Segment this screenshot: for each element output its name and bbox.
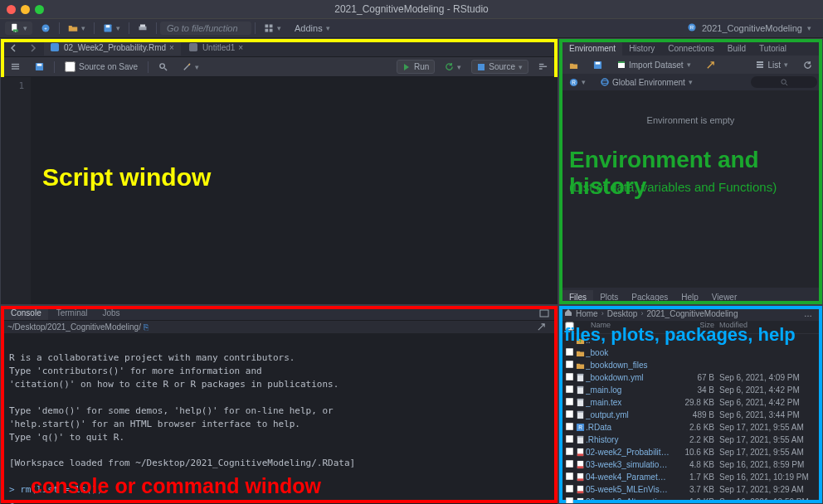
- file-name[interactable]: 05-week5_MLEnVisualization.R…: [586, 485, 670, 494]
- select-all-checkbox[interactable]: [565, 322, 573, 330]
- file-checkbox[interactable]: [566, 448, 574, 456]
- minimize-pane-button[interactable]: [534, 308, 554, 319]
- scope-selector[interactable]: Global Environment ▾: [596, 76, 698, 89]
- file-row[interactable]: ..: [559, 334, 822, 346]
- file-row[interactable]: _main.log34 BSep 6, 2021, 4:42 PM: [559, 384, 822, 396]
- subtab-help[interactable]: Help: [674, 290, 705, 304]
- file-name[interactable]: 06-week6_AlternativeModels.R…: [586, 497, 670, 503]
- file-name[interactable]: _bookdown_files: [586, 361, 670, 370]
- file-checkbox[interactable]: [566, 423, 574, 431]
- open-file-button[interactable]: ▾: [63, 22, 90, 35]
- file-row[interactable]: _book: [559, 346, 822, 359]
- new-file-button[interactable]: +▾: [5, 22, 32, 35]
- file-checkbox[interactable]: [566, 348, 574, 356]
- tab-connections[interactable]: Connections: [661, 41, 721, 56]
- subtab-viewer[interactable]: Viewer: [705, 290, 743, 304]
- file-row[interactable]: .Rhistory2.2 KBSep 17, 2021, 9:55 AM: [559, 434, 822, 446]
- load-workspace-button[interactable]: [564, 59, 583, 71]
- environment-search-input[interactable]: [751, 76, 817, 88]
- save-source-button[interactable]: [30, 61, 49, 73]
- editor-body[interactable]: 1: [1, 77, 558, 304]
- goto-file-function-input[interactable]: Go to file/function: [160, 22, 251, 35]
- tab-console[interactable]: Console: [4, 306, 48, 320]
- save-button[interactable]: ▾: [98, 22, 125, 35]
- file-checkbox[interactable]: [566, 497, 574, 503]
- file-name[interactable]: .RData: [586, 423, 670, 432]
- file-checkbox[interactable]: [566, 485, 574, 493]
- addins-dropdown[interactable]: Addins ▾: [290, 22, 335, 35]
- file-checkbox[interactable]: [566, 472, 574, 481]
- more-files-button[interactable]: …: [799, 308, 817, 320]
- source-on-save-toggle[interactable]: Source on Save: [60, 60, 143, 74]
- file-checkbox[interactable]: [566, 398, 574, 406]
- file-name[interactable]: _output.yml: [586, 410, 670, 419]
- r-lang-button[interactable]: R▾: [564, 76, 591, 89]
- import-dataset-button[interactable]: Import Dataset ▾: [612, 59, 696, 71]
- file-row[interactable]: R.RData2.6 KBSep 17, 2021, 9:55 AM: [559, 421, 822, 434]
- file-row[interactable]: 03-week3_simulation.Rmd4.8 KBSep 16, 202…: [559, 458, 822, 471]
- file-name[interactable]: 04-week4_Parameter.Rmd: [586, 472, 670, 482]
- file-checkbox[interactable]: [566, 385, 574, 394]
- file-row[interactable]: 06-week6_AlternativeModels.R…1.9 KBSep 1…: [559, 496, 822, 503]
- print-button[interactable]: [133, 22, 153, 35]
- wand-button[interactable]: ▾: [178, 61, 204, 73]
- rerun-button[interactable]: ▾: [440, 61, 466, 73]
- file-checkbox[interactable]: [566, 435, 574, 443]
- new-project-button[interactable]: +: [36, 22, 56, 35]
- breadcrumb-home[interactable]: Home: [576, 309, 598, 318]
- back-button[interactable]: [4, 42, 22, 54]
- find-button[interactable]: [153, 61, 173, 73]
- file-name[interactable]: _main.log: [586, 385, 670, 395]
- refresh-env-button[interactable]: [798, 59, 817, 71]
- home-icon[interactable]: [564, 308, 572, 318]
- file-row[interactable]: 04-week4_Parameter.Rmd1.7 KBSep 16, 2021…: [559, 471, 822, 483]
- file-row[interactable]: 02-week2_Probability.Rmd10.6 KBSep 17, 2…: [559, 446, 822, 458]
- file-row[interactable]: _main.tex29.8 KBSep 6, 2021, 4:42 PM: [559, 396, 822, 409]
- file-row[interactable]: _bookdown.yml67 BSep 6, 2021, 4:09 PM: [559, 371, 822, 384]
- file-row[interactable]: _bookdown_files: [559, 359, 822, 371]
- popout-icon[interactable]: ⎘: [144, 322, 149, 332]
- file-name[interactable]: .Rhistory: [586, 435, 670, 444]
- col-size[interactable]: Size: [670, 321, 714, 333]
- forward-button[interactable]: [24, 42, 42, 54]
- file-checkbox[interactable]: [566, 373, 574, 381]
- col-name[interactable]: Name: [574, 321, 670, 333]
- file-row[interactable]: _output.yml489 BSep 6, 2021, 3:44 PM: [559, 409, 822, 421]
- tab-terminal[interactable]: Terminal: [50, 306, 95, 320]
- file-name[interactable]: 02-week2_Probability.Rmd: [586, 448, 670, 457]
- tab-jobs[interactable]: Jobs: [96, 306, 127, 320]
- show-outline-button[interactable]: [6, 61, 25, 73]
- file-name[interactable]: ..: [586, 336, 670, 345]
- tab-tutorial[interactable]: Tutorial: [752, 41, 793, 56]
- outline-toggle-button[interactable]: [533, 61, 553, 73]
- file-checkbox[interactable]: [566, 361, 574, 369]
- project-selector[interactable]: R 2021_CognitiveModeling ▾: [680, 21, 818, 36]
- file-checkbox[interactable]: [566, 410, 574, 419]
- file-row[interactable]: 05-week5_MLEnVisualization.R…3.7 KBSep 1…: [559, 483, 822, 496]
- file-name[interactable]: _main.tex: [586, 398, 670, 407]
- breadcrumb-desktop[interactable]: Desktop: [607, 309, 638, 318]
- close-tab-icon[interactable]: ×: [169, 43, 174, 52]
- breadcrumb-project[interactable]: 2021_CognitiveModeling: [646, 309, 738, 318]
- file-name[interactable]: _book: [586, 348, 670, 357]
- tab-build[interactable]: Build: [721, 41, 752, 56]
- subtab-plots[interactable]: Plots: [593, 290, 625, 304]
- subtab-files[interactable]: Files: [562, 290, 593, 304]
- file-name[interactable]: 03-week3_simulation.Rmd: [586, 460, 670, 469]
- close-tab-icon[interactable]: ×: [238, 43, 243, 52]
- clear-console-button[interactable]: [532, 321, 551, 333]
- list-view-button[interactable]: List ▾: [751, 59, 793, 71]
- clear-objects-button[interactable]: [701, 59, 720, 71]
- file-name[interactable]: _bookdown.yml: [586, 373, 670, 382]
- tab-history[interactable]: History: [622, 41, 661, 56]
- source-button[interactable]: Source ▾: [471, 60, 528, 74]
- tab-environment[interactable]: Environment: [562, 41, 622, 56]
- col-modified[interactable]: Modified: [714, 321, 817, 333]
- source-tab-1[interactable]: 02_Week2_Probability.Rmd ×: [44, 41, 181, 56]
- save-workspace-button[interactable]: [588, 59, 607, 71]
- source-tab-2[interactable]: Untitled1 ×: [183, 41, 250, 56]
- subtab-packages[interactable]: Packages: [625, 290, 674, 304]
- run-button[interactable]: Run: [397, 60, 435, 74]
- console-body[interactable]: R is a collaborative project with many c…: [1, 333, 558, 504]
- file-checkbox[interactable]: [566, 460, 574, 468]
